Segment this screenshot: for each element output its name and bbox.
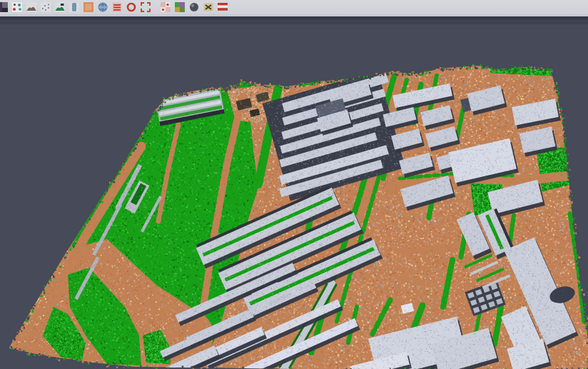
point-cloud-canvas[interactable]: [0, 19, 588, 369]
open-project-icon: [0, 1, 9, 13]
sparse-cloud-icon: [40, 1, 51, 13]
terrain-model-icon: [26, 1, 37, 13]
toolbar-button-terrain-model[interactable]: [25, 1, 38, 14]
toolbar-button-globe-view[interactable]: [96, 1, 109, 14]
classify-samples-icon: [11, 1, 23, 13]
orthophoto-icon: [83, 1, 94, 13]
toolbar-button-pick-center[interactable]: [125, 1, 138, 14]
toolbar-button-classification-colors[interactable]: [173, 1, 186, 14]
toolbar-button-export-package[interactable]: [202, 1, 215, 14]
crop-selection-icon: [140, 1, 151, 13]
toolbar-button-delete-flag[interactable]: [216, 1, 229, 14]
classification-colors-icon: [174, 1, 186, 13]
texture-check-icon: [160, 1, 171, 13]
toolbar-button-classify-samples[interactable]: [11, 1, 24, 14]
toolbar-button-shaded-sphere[interactable]: [188, 1, 201, 14]
toolbar-button-orthophoto[interactable]: [82, 1, 95, 14]
toolbar-button-open-project[interactable]: [0, 1, 9, 14]
toolbar-button-profile-column[interactable]: [68, 1, 81, 14]
toolbar-button-sparse-cloud[interactable]: [39, 1, 52, 14]
vegetation-model-icon: [54, 1, 66, 13]
shaded-sphere-icon: [188, 1, 200, 13]
globe-view-icon: [97, 1, 108, 13]
export-package-icon: [203, 1, 214, 13]
viewport-3d: [0, 19, 588, 369]
toolbar-button-vegetation-model[interactable]: [54, 1, 66, 14]
toolbar-button-report-table[interactable]: [111, 1, 123, 14]
toolbar-separator: [153, 1, 158, 13]
toolbar-button-crop-selection[interactable]: [139, 1, 152, 14]
profile-column-icon: [69, 1, 80, 13]
app-window: [0, 0, 588, 369]
toolbar-button-texture-check[interactable]: [159, 1, 172, 14]
toolbar: [0, 0, 588, 14]
report-table-icon: [111, 1, 123, 13]
pick-center-icon: [126, 1, 137, 13]
delete-flag-icon: [217, 1, 228, 13]
